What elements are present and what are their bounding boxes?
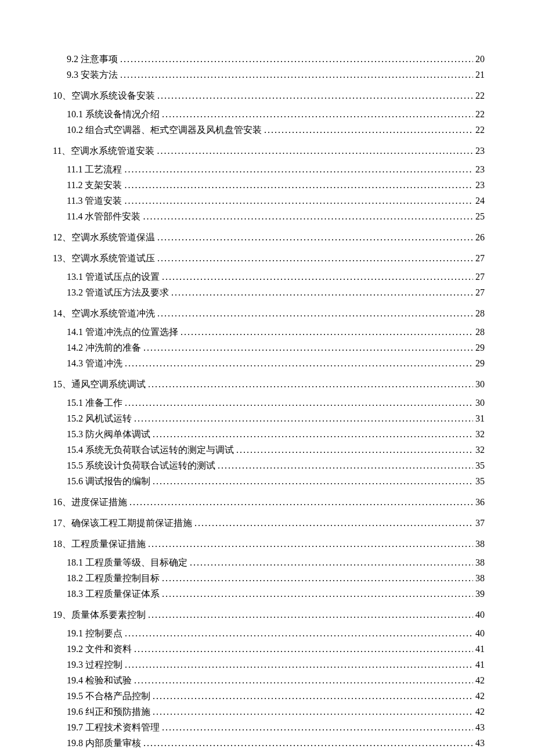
toc-entry[interactable]: 13、空调水系统管道试压27: [53, 251, 485, 265]
toc-leader-dots: [124, 163, 473, 177]
toc-page-number: 27: [475, 251, 485, 265]
toc-page-number: 32: [475, 443, 485, 457]
toc-entry[interactable]: 18.2 工程质量控制目标38: [67, 571, 485, 585]
toc-leader-dots: [148, 608, 473, 622]
toc-label: 9.2 注意事项: [67, 52, 118, 66]
toc-page-number: 35: [475, 474, 485, 488]
toc-leader-dots: [125, 627, 473, 640]
toc-entry[interactable]: 15.5 系统设计负荷联合试运转的测试35: [67, 459, 485, 473]
toc-entry[interactable]: 9.2 注意事项20: [67, 52, 485, 66]
toc-page-number: 24: [475, 194, 485, 208]
toc-entry[interactable]: 19.3 过程控制41: [67, 658, 485, 672]
toc-leader-dots: [134, 412, 473, 426]
toc-label: 15.5 系统设计负荷联合试运转的测试: [67, 459, 215, 473]
toc-page-number: 36: [475, 495, 485, 509]
toc-leader-dots: [157, 231, 473, 244]
toc-label: 19.8 内部质量审核: [67, 736, 141, 750]
toc-page-number: 32: [475, 427, 485, 441]
toc-entry[interactable]: 14.2 冲洗前的准备29: [67, 341, 485, 355]
toc-label: 13.2 管道试压方法及要求: [67, 286, 169, 300]
toc-label: 9.3 安装方法: [67, 68, 118, 82]
toc-entry[interactable]: 18、工程质量保证措施38: [53, 537, 485, 551]
toc-entry[interactable]: 14.1 管道冲洗点的位置选择28: [67, 325, 485, 339]
toc-entry[interactable]: 16、进度保证措施36: [53, 495, 485, 509]
toc-entry[interactable]: 18.1 工程质量等级、目标确定38: [67, 556, 485, 570]
toc-page-number: 43: [475, 721, 485, 735]
toc-entry[interactable]: 10、空调水系统设备安装22: [53, 89, 485, 103]
toc-label: 15.3 防火阀单体调试: [67, 427, 150, 441]
toc-entry[interactable]: 12、空调水系统管道保温26: [53, 231, 485, 244]
toc-entry[interactable]: 19.5 不合格产品控制42: [67, 689, 485, 703]
toc-entry[interactable]: 19.4 检验和试验42: [67, 674, 485, 687]
toc-label: 11.3 管道安装: [67, 194, 122, 208]
toc-entry[interactable]: 9.3 安装方法21: [67, 68, 485, 82]
toc-entry[interactable]: 15、通风空调系统调试30: [53, 377, 485, 391]
toc-entry[interactable]: 15.3 防火阀单体调试32: [67, 427, 485, 441]
toc-entry[interactable]: 17、确保该工程工期提前保证措施37: [53, 516, 485, 530]
toc-leader-dots: [124, 178, 473, 192]
toc-entry[interactable]: 19、质量体系要素控制40: [53, 608, 485, 622]
toc-entry[interactable]: 15.6 调试报告的编制35: [67, 474, 485, 488]
toc-entry[interactable]: 11.3 管道安装24: [67, 194, 485, 208]
toc-page-number: 23: [475, 178, 485, 192]
toc-leader-dots: [181, 325, 473, 339]
toc-entry[interactable]: 18.3 工程质量保证体系39: [67, 587, 485, 601]
toc-page-number: 38: [475, 556, 485, 570]
toc-page-number: 23: [475, 163, 485, 177]
toc-label: 15.6 调试报告的编制: [67, 474, 150, 488]
toc-label: 15、通风空调系统调试: [53, 377, 146, 391]
toc-entry[interactable]: 15.1 准备工作30: [67, 396, 485, 410]
toc-entry[interactable]: 19.7 工程技术资料管理43: [67, 721, 485, 735]
toc-entry[interactable]: 11.4 水管部件安装25: [67, 210, 485, 224]
toc-leader-dots: [236, 443, 473, 457]
table-of-contents: 9.2 注意事项209.3 安装方法2110、空调水系统设备安装2210.1 系…: [49, 52, 485, 750]
toc-leader-dots: [171, 286, 473, 300]
toc-entry[interactable]: 15.2 风机试运转31: [67, 412, 485, 426]
toc-page-number: 30: [475, 377, 485, 391]
toc-page-number: 38: [475, 571, 485, 585]
toc-entry[interactable]: 14、空调水系统管道冲洗28: [53, 307, 485, 321]
toc-leader-dots: [157, 144, 473, 158]
toc-label: 10.1 系统设备情况介绍: [67, 107, 160, 121]
toc-label: 10、空调水系统设备安装: [53, 89, 155, 103]
toc-page-number: 43: [475, 736, 485, 750]
toc-page-number: 40: [475, 608, 485, 622]
toc-entry[interactable]: 19.2 文件和资料41: [67, 642, 485, 656]
toc-leader-dots: [162, 571, 473, 585]
toc-entry[interactable]: 15.4 系统无负荷联合试运转的测定与调试32: [67, 443, 485, 457]
toc-page-number: 35: [475, 459, 485, 473]
toc-page-number: 25: [475, 210, 485, 224]
toc-label: 11.4 水管部件安装: [67, 210, 140, 224]
toc-leader-dots: [129, 495, 473, 509]
toc-leader-dots: [153, 689, 473, 703]
toc-entry[interactable]: 10.1 系统设备情况介绍22: [67, 107, 485, 121]
toc-label: 12、空调水系统管道保温: [53, 231, 155, 244]
toc-label: 19.5 不合格产品控制: [67, 689, 150, 703]
toc-page-number: 41: [475, 658, 485, 672]
toc-leader-dots: [125, 396, 473, 410]
toc-entry[interactable]: 10.2 组合式空调器、柜式空调器及风机盘管安装22: [67, 123, 485, 137]
toc-entry[interactable]: 11.2 支架安装23: [67, 178, 485, 192]
toc-entry[interactable]: 14.3 管道冲洗29: [67, 357, 485, 370]
toc-entry[interactable]: 13.1 管道试压点的设置27: [67, 270, 485, 284]
toc-page-number: 40: [475, 627, 485, 640]
toc-label: 17、确保该工程工期提前保证措施: [53, 516, 192, 530]
toc-label: 11.2 支架安装: [67, 178, 122, 192]
toc-entry[interactable]: 11、空调水系统管道安装23: [53, 144, 485, 158]
toc-label: 13.1 管道试压点的设置: [67, 270, 160, 284]
toc-entry[interactable]: 13.2 管道试压方法及要求27: [67, 286, 485, 300]
toc-page-number: 42: [475, 689, 485, 703]
toc-leader-dots: [120, 68, 473, 82]
toc-entry[interactable]: 11.1 工艺流程23: [67, 163, 485, 177]
toc-label: 19.1 控制要点: [67, 627, 122, 640]
toc-leader-dots: [162, 721, 473, 735]
toc-page-number: 27: [475, 286, 485, 300]
toc-page-number: 30: [475, 396, 485, 410]
toc-leader-dots: [120, 52, 473, 66]
toc-page-number: 23: [475, 144, 485, 158]
toc-entry[interactable]: 19.8 内部质量审核43: [67, 736, 485, 750]
toc-entry[interactable]: 19.6 纠正和预防措施42: [67, 705, 485, 719]
toc-entry[interactable]: 19.1 控制要点40: [67, 627, 485, 640]
toc-page-number: 29: [475, 341, 485, 355]
toc-label: 13、空调水系统管道试压: [53, 251, 155, 265]
